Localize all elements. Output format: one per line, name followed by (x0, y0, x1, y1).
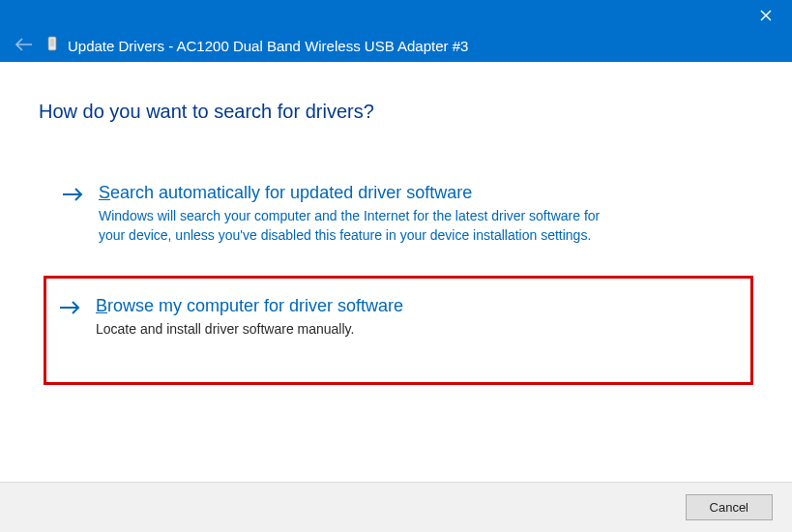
device-icon (44, 35, 60, 54)
option-title-rest: rowse my computer for driver software (107, 296, 403, 315)
option-title: Search automatically for updated driver … (99, 183, 738, 203)
mnemonic-letter: S (99, 183, 110, 202)
window-title: Update Drivers - AC1200 Dual Band Wirele… (68, 38, 468, 54)
option-text-block: Browse my computer for driver software L… (96, 296, 738, 340)
arrow-right-icon (62, 185, 83, 207)
close-icon (760, 10, 772, 21)
option-description: Locate and install driver software manua… (96, 320, 618, 340)
arrow-right-icon (59, 298, 80, 320)
option-text-block: Search automatically for updated driver … (99, 183, 738, 245)
cancel-button[interactable]: Cancel (686, 494, 773, 520)
mnemonic-letter: B (96, 296, 107, 315)
titlebar: Update Drivers - AC1200 Dual Band Wirele… (0, 0, 792, 62)
option-browse-computer[interactable]: Browse my computer for driver software L… (44, 276, 753, 385)
close-button[interactable] (740, 0, 792, 31)
page-heading: How do you want to search for drivers? (39, 101, 753, 123)
option-title-rest: earch automatically for updated driver s… (110, 183, 472, 202)
option-search-automatically[interactable]: Search automatically for updated driver … (46, 171, 753, 256)
back-button[interactable] (8, 35, 44, 54)
svg-rect-3 (50, 39, 54, 46)
content-area: How do you want to search for drivers? S… (0, 62, 792, 385)
option-description: Windows will search your computer and th… (99, 207, 621, 245)
option-title: Browse my computer for driver software (96, 296, 738, 316)
footer-bar: Cancel (0, 482, 792, 532)
back-arrow-icon (15, 38, 33, 51)
